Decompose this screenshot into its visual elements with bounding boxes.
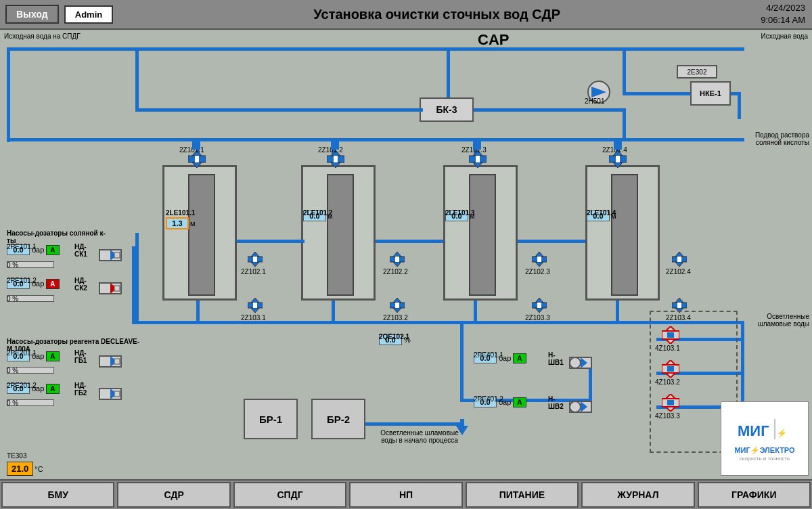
valve-label-2z103-1: 2Z103.1	[241, 314, 266, 322]
valve-2z103-2[interactable]	[390, 298, 405, 314]
svg-rect-47	[537, 303, 541, 308]
svg-rect-11	[334, 156, 338, 162]
pump4-a-btn[interactable]: A	[46, 384, 59, 394]
exit-button[interactable]: Выход	[5, 5, 59, 24]
svg-marker-21	[251, 252, 259, 257]
pe401-1-a-btn[interactable]: A	[513, 353, 526, 363]
nav-pitanie[interactable]: ПИТАНИЕ	[466, 482, 579, 508]
pump4-pct: 0 %	[7, 399, 54, 406]
svg-rect-75	[667, 400, 674, 405]
pipe-h-r3r4	[518, 240, 585, 243]
main-area: Исходная вода на СПДГ Исходная вода Подв…	[0, 30, 812, 479]
valve-2z103-3[interactable]	[532, 298, 547, 314]
valve-4z103-3[interactable]	[662, 394, 679, 413]
pipe-v-bk3	[447, 47, 450, 102]
pump4-arrow	[98, 382, 122, 407]
svg-marker-14	[473, 162, 482, 168]
qe-display: 2QE102.1 0.0 %	[379, 333, 411, 345]
valve-2z103-1[interactable]	[248, 298, 263, 314]
reactor-4	[585, 165, 660, 301]
pe401-1-block: 2PE401.1 0.0 бар A Н-ШВ1	[474, 351, 526, 363]
svg-marker-6	[192, 162, 202, 168]
pump2-pct: 0 %	[7, 295, 54, 302]
svg-rect-1	[460, 419, 464, 427]
valve-label-2z102-1: 2Z102.1	[241, 268, 266, 275]
br2-box: БР-2	[311, 399, 365, 439]
pump2-a-btn[interactable]: A	[46, 279, 59, 289]
indicator-v1-top	[192, 141, 200, 150]
level-display-3: 2LE101.3 0.0 м	[445, 209, 475, 221]
indicator-v4-top	[614, 141, 622, 150]
valve-2z102-4[interactable]	[672, 252, 687, 268]
svg-rect-51	[677, 303, 681, 308]
svg-rect-57	[114, 286, 120, 291]
pump3-a-btn[interactable]: A	[46, 351, 59, 361]
svg-marker-66	[666, 339, 675, 344]
indicator-v3-top	[473, 141, 481, 150]
svg-marker-65	[666, 326, 675, 331]
svg-marker-30	[535, 262, 543, 267]
reactor-1	[162, 165, 237, 301]
bk3-box: БК-3	[420, 97, 474, 122]
nke1-box: НКЕ-1	[690, 81, 731, 106]
valve-label-2z103-3: 2Z103.3	[525, 314, 550, 322]
label-top-left: Исходная вода на СПДГ	[4, 32, 81, 40]
label-right-mid: Подвод раствора соляной кислоты	[748, 131, 809, 146]
nav-spdg[interactable]: СПДГ	[233, 482, 346, 508]
svg-marker-70	[666, 373, 675, 378]
pump1-a-btn[interactable]: A	[46, 245, 59, 255]
pump3-block: 2PE201.1 0.0 бар A НД-ГБ1	[7, 349, 60, 361]
svg-rect-67	[667, 332, 674, 338]
svg-rect-7	[195, 156, 199, 162]
te303-display: ТЕ303 21.0 °C	[7, 462, 43, 476]
valve-label-2z102-2: 2Z102.2	[383, 268, 408, 275]
svg-marker-22	[251, 262, 259, 267]
admin-button[interactable]: Admin	[64, 5, 113, 24]
label-top-right: Исходная вода	[761, 32, 808, 40]
valve-2z102-2[interactable]	[390, 252, 405, 268]
pump3-arrow	[98, 349, 122, 375]
pipe-v-nke2	[738, 92, 741, 119]
svg-rect-39	[253, 303, 257, 308]
svg-point-81	[570, 401, 581, 412]
svg-marker-34	[675, 262, 683, 267]
svg-marker-49	[675, 298, 683, 303]
valve-4z103-1[interactable]	[662, 326, 679, 345]
reactor-3	[443, 165, 518, 301]
svg-rect-31	[537, 257, 541, 262]
valve-4z103-2[interactable]	[662, 360, 679, 379]
nav-jurnal[interactable]: ЖУРНАЛ	[581, 482, 694, 508]
svg-rect-71	[667, 366, 674, 372]
datetime-display: 4/24/2023 9:06:14 AM	[761, 2, 805, 26]
nav-grafiki[interactable]: ГРАФИКИ	[698, 482, 811, 508]
page-title: Установка очистки сточных вод СДР	[113, 7, 761, 22]
nav-bmu[interactable]: БМУ	[1, 482, 114, 508]
svg-text:⚡: ⚡	[777, 428, 787, 438]
svg-marker-26	[393, 262, 401, 267]
level-display-2: 2LE101.2 0.0 м	[303, 209, 333, 221]
pump1-pct: 0 %	[7, 261, 54, 268]
indicator-v2-top	[331, 141, 339, 150]
valve-label-2z102-3: 2Z102.3	[525, 268, 550, 275]
nav-sdr[interactable]: СДР	[117, 482, 230, 508]
svg-marker-42	[393, 308, 401, 313]
top-bar: Выход Admin Установка очистки сточных во…	[0, 0, 812, 30]
pipe-h-bk3-left	[135, 108, 423, 112]
svg-marker-74	[666, 407, 675, 412]
pipe-v-pump	[135, 233, 139, 324]
pump-sh2-arrow	[568, 395, 593, 420]
pipe-top-h	[7, 47, 744, 51]
pe401-2-a-btn[interactable]: A	[513, 397, 526, 407]
pipe-h-left-in	[7, 138, 156, 141]
valve-2z102-1[interactable]	[248, 252, 263, 268]
label-bottom-sludge: Осветленные шламовые воды в начало проце…	[379, 429, 460, 444]
nav-np[interactable]: НП	[349, 482, 462, 508]
pipe-h-r1r2	[237, 240, 304, 243]
pipe-v-nke	[623, 47, 626, 95]
level-display-1: 2LE101.1 1.3 м	[166, 217, 196, 229]
pipe-v-sh-vert	[460, 321, 464, 402]
pump-2h501: 2Н501	[582, 79, 616, 106]
valve-2z102-3[interactable]	[532, 252, 547, 268]
svg-rect-19	[616, 156, 620, 162]
bottom-nav: БМУ СДР СПДГ НП ПИТАНИЕ ЖУРНАЛ ГРАФИКИ	[0, 479, 812, 509]
